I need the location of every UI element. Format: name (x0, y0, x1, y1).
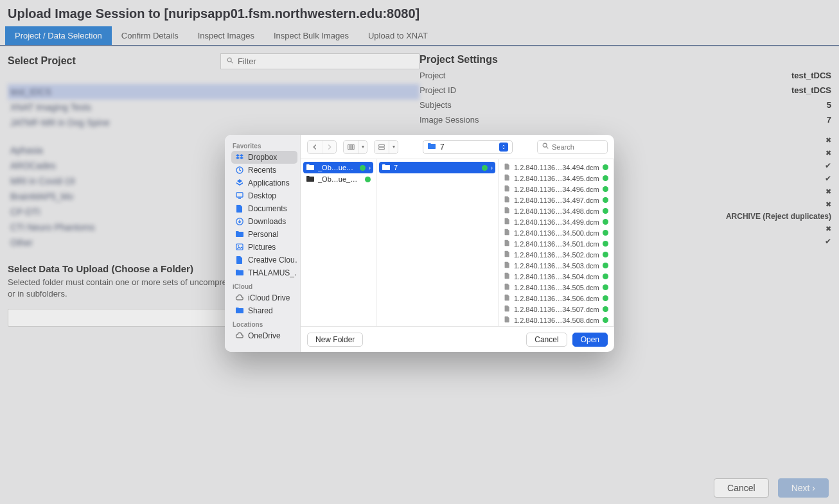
sidebar-item-label: THALAMUS_… (248, 268, 297, 277)
view-columns-button[interactable]: ▾ (343, 140, 367, 154)
cloud-icon (235, 331, 244, 340)
tab-inspect-images[interactable]: Inspect Images (188, 26, 264, 45)
column-folder-item[interactable]: 7› (379, 162, 495, 173)
sidebar-item-label: Dropbox (248, 153, 277, 162)
sidebar-section-header: Locations (233, 321, 297, 328)
sidebar-section-header: Favorites (233, 143, 297, 150)
sync-status-icon (603, 241, 608, 247)
file-icon (504, 239, 511, 248)
file-name: 1.2.840.1136…34.504.dcm (514, 273, 599, 281)
dialog-open-button[interactable]: Open (572, 333, 608, 347)
file-icon (504, 250, 511, 259)
sync-status-icon (603, 219, 608, 225)
project-item[interactable]: test_tDCS (8, 84, 420, 100)
file-item[interactable]: 1.2.840.1136…34.495.dcm (501, 173, 611, 184)
new-folder-button[interactable]: New Folder (307, 333, 363, 347)
file-item[interactable]: 1.2.840.1136…34.498.dcm (501, 205, 611, 216)
next-button[interactable]: Next › (778, 478, 829, 498)
file-item[interactable]: 1.2.840.1136…34.505.dcm (501, 282, 611, 293)
dialog-cancel-button[interactable]: Cancel (526, 333, 567, 347)
sidebar-item-creative-clou-[interactable]: Creative Clou… (231, 254, 297, 266)
file-name: 1.2.840.1136…34.494.dcm (514, 164, 599, 171)
file-icon (504, 207, 511, 215)
file-icon (504, 185, 511, 193)
project-item[interactable]: XNAT Imaging Tests (8, 100, 420, 115)
forward-button[interactable] (322, 141, 336, 153)
sync-status-icon (603, 295, 608, 301)
sidebar-item-downloads[interactable]: Downloads (231, 215, 297, 228)
cloud-icon (235, 293, 244, 302)
item-label: _Ob…ue_DTI_n=11 (318, 175, 362, 183)
file-name: 1.2.840.1136…34.495.dcm (514, 175, 599, 182)
file-item[interactable]: 1.2.840.1136…34.497.dcm (501, 195, 611, 205)
sync-status-icon (482, 165, 488, 171)
doc-icon (235, 204, 244, 213)
sidebar-item-thalamus-[interactable]: THALAMUS_… (231, 266, 297, 279)
sidebar-item-icloud-drive[interactable]: iCloud Drive (231, 291, 297, 304)
folder-icon (235, 268, 244, 277)
project-item[interactable]: JATMF-MR in Dog Spine (8, 115, 420, 130)
file-item[interactable]: 1.2.840.1136…34.494.dcm (501, 162, 611, 173)
sidebar-item-recents[interactable]: Recents (231, 164, 297, 177)
sidebar-item-shared[interactable]: Shared (231, 304, 297, 317)
file-item[interactable]: 1.2.840.1136…34.501.dcm (501, 238, 611, 249)
file-name: 1.2.840.1136…34.508.dcm (514, 317, 599, 324)
sync-status-icon (603, 186, 608, 192)
file-name: 1.2.840.1136…34.499.dcm (514, 218, 599, 226)
file-name: 1.2.840.1136…34.501.dcm (514, 240, 599, 248)
search-icon (542, 142, 549, 152)
tab-confirm-details[interactable]: Confirm Details (112, 26, 188, 45)
tab-project-data-selection[interactable]: Project / Data Selection (5, 26, 112, 45)
cancel-button[interactable]: Cancel (714, 478, 769, 498)
path-label: 7 (440, 143, 445, 152)
sidebar-item-applications[interactable]: Applications (231, 177, 297, 189)
group-by-button[interactable]: ▾ (374, 140, 398, 154)
sidebar-item-documents[interactable]: Documents (231, 202, 297, 215)
file-name: 1.2.840.1136…34.497.dcm (514, 196, 599, 204)
file-item[interactable]: 1.2.840.1136…34.503.dcm (501, 260, 611, 271)
file-item[interactable]: 1.2.840.1136…34.506.dcm (501, 293, 611, 304)
folder-icon (235, 230, 244, 239)
file-item[interactable]: 1.2.840.1136…34.508.dcm (501, 315, 611, 326)
filter-input[interactable] (238, 56, 414, 66)
sidebar-item-label: Desktop (248, 191, 276, 200)
folder-icon (235, 306, 244, 315)
dialog-search-input[interactable] (552, 143, 603, 151)
folder-icon (427, 142, 436, 152)
updown-icon (499, 143, 508, 152)
sidebar-item-label: OneDrive (248, 331, 281, 340)
tab-upload-to-xnat[interactable]: Upload to XNAT (358, 26, 437, 45)
dialog-search[interactable] (537, 140, 608, 154)
file-name: 1.2.840.1136…34.496.dcm (514, 186, 599, 193)
filter-input-wrap[interactable] (220, 53, 420, 69)
sidebar-item-label: Shared (248, 306, 273, 315)
file-icon (504, 196, 511, 204)
file-icon (504, 305, 511, 313)
sync-status-icon (603, 274, 608, 279)
file-item[interactable]: 1.2.840.1136…34.500.dcm (501, 227, 611, 238)
path-control[interactable]: 7 (423, 140, 513, 154)
file-item[interactable]: 1.2.840.1136…34.504.dcm (501, 271, 611, 282)
settings-row: Projecttest_tDCS (420, 68, 831, 83)
tab-inspect-bulk-images[interactable]: Inspect Bulk Images (264, 26, 358, 45)
desktop-icon (235, 191, 244, 200)
file-icon (504, 261, 511, 270)
sidebar-item-desktop[interactable]: Desktop (231, 189, 297, 202)
sidebar-item-dropbox[interactable]: Dropbox (231, 151, 297, 164)
column-folder-item[interactable]: _Ob…ue_DTI_n=11 (303, 173, 373, 185)
sidebar-item-pictures[interactable]: Pictures (231, 241, 297, 254)
sidebar-item-label: Documents (248, 204, 287, 213)
back-button[interactable] (308, 141, 322, 153)
sidebar-item-personal[interactable]: Personal (231, 228, 297, 241)
column-folder-item[interactable]: _Ob…ue_DTI_n=11› (303, 162, 373, 173)
file-item[interactable]: 1.2.840.1136…34.502.dcm (501, 249, 611, 260)
search-icon (226, 56, 234, 66)
sync-status-icon (365, 177, 371, 182)
sidebar-item-onedrive[interactable]: OneDrive (231, 329, 297, 342)
file-item[interactable]: 1.2.840.1136…34.496.dcm (501, 184, 611, 195)
file-item[interactable]: 1.2.840.1136…34.499.dcm (501, 216, 611, 227)
file-icon (504, 294, 511, 302)
file-item[interactable]: 1.2.840.1136…34.507.dcm (501, 304, 611, 315)
nav-back-forward[interactable] (307, 140, 337, 154)
file-name: 1.2.840.1136…34.505.dcm (514, 284, 599, 291)
